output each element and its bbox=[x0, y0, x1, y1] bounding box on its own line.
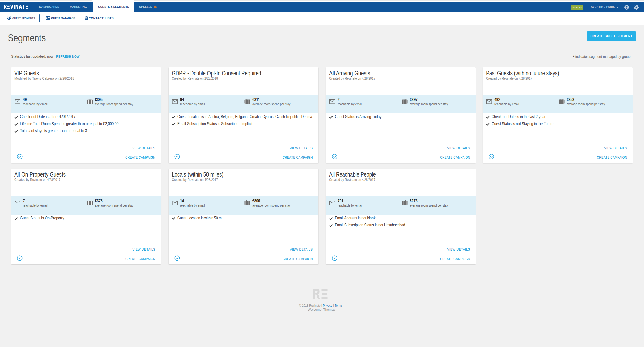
svg-text:?: ? bbox=[626, 5, 628, 9]
